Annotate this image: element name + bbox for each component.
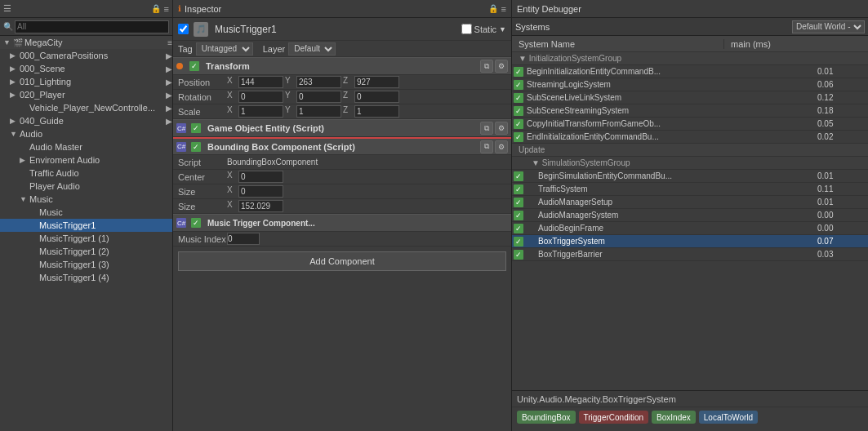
- sys-checkbox[interactable]: ✓: [512, 250, 525, 260]
- column-headers: System Name main (ms): [512, 36, 868, 52]
- sys-checkbox[interactable]: ✓: [512, 132, 525, 142]
- pos-x-input[interactable]: [238, 76, 283, 88]
- simulation-group[interactable]: ▼ SimulationSystemGroup: [512, 157, 868, 170]
- bb-cx-input[interactable]: [238, 171, 283, 183]
- initialization-group[interactable]: ▼ InitializationSystemGroup: [512, 52, 868, 65]
- system-row[interactable]: ✓ AudioBeginFrame 0.00: [512, 222, 868, 235]
- hier-item-audio[interactable]: ▼ Audio: [0, 127, 172, 140]
- scene-menu[interactable]: ≡: [167, 38, 172, 47]
- tag-bounding-box[interactable]: BoundingBox: [517, 411, 576, 424]
- system-row[interactable]: ✓ BeginInitializationEntityCommandB... 0…: [512, 65, 868, 78]
- scene-item[interactable]: ▼ 🎬 MegaCity ≡: [0, 36, 172, 49]
- hier-item-music[interactable]: Music: [0, 206, 172, 219]
- rot-z-input[interactable]: [354, 91, 399, 103]
- sys-checkbox[interactable]: ✓: [512, 211, 525, 220]
- rot-y-input[interactable]: [296, 91, 341, 103]
- sys-checkbox[interactable]: ✓: [512, 67, 525, 77]
- sys-checkbox[interactable]: ✓: [512, 80, 525, 90]
- hier-item-music-folder[interactable]: ▼ Music: [0, 193, 172, 206]
- system-row[interactable]: ✓ AudioManagerSetup 0.01: [512, 196, 868, 209]
- rot-x-input[interactable]: [238, 91, 283, 103]
- hier-item-audio-master[interactable]: Audio Master: [0, 140, 172, 153]
- inspector-menu[interactable]: ≡: [501, 4, 506, 14]
- hier-item-music-trigger1-2[interactable]: MusicTrigger1 (2): [0, 245, 172, 258]
- system-row[interactable]: ✓ SubSceneLiveLinkSystem 0.12: [512, 91, 868, 104]
- tag-box-index[interactable]: BoxIndex: [652, 411, 696, 424]
- rotation-xyz: X Y Z: [227, 91, 506, 103]
- object-active-checkbox[interactable]: [178, 24, 189, 34]
- hier-item-camera-pos[interactable]: ▶ 000_CameraPositions ▶: [0, 49, 172, 62]
- hierarchy-lock[interactable]: 🔒: [151, 4, 161, 13]
- layer-dropdown[interactable]: Default: [288, 42, 336, 56]
- transform-checkbox[interactable]: ✓: [189, 61, 199, 71]
- sys-checkbox[interactable]: ✓: [512, 119, 525, 129]
- sys-checkbox[interactable]: ✓: [512, 184, 525, 194]
- hier-item-guide[interactable]: ▶ 040_Guide ▶: [0, 114, 172, 127]
- scale-y-input[interactable]: [296, 105, 341, 118]
- hier-item-music-trigger1-1[interactable]: MusicTrigger1 (1): [0, 232, 172, 245]
- hier-item-env-audio[interactable]: ▶ Enviroment Audio: [0, 153, 172, 167]
- music-index-input[interactable]: [227, 233, 260, 245]
- sys-checkbox[interactable]: ✓: [512, 237, 525, 247]
- add-component-button[interactable]: Add Component: [178, 251, 506, 271]
- sys-name: AudioBeginFrame: [525, 224, 811, 233]
- music-trigger-header[interactable]: C# ✓ Music Trigger Component...: [173, 214, 511, 232]
- sys-checkbox[interactable]: ✓: [512, 224, 525, 233]
- hier-item-music-trigger1-4[interactable]: MusicTrigger1 (4): [0, 271, 172, 284]
- bb-s2x-input[interactable]: [238, 200, 283, 212]
- scale-z-input[interactable]: [354, 105, 399, 118]
- pos-y-input[interactable]: [296, 76, 341, 88]
- mt-active[interactable]: ✓: [191, 218, 201, 228]
- world-dropdown[interactable]: Default World -: [792, 20, 865, 33]
- hier-item-music-trigger1-3[interactable]: MusicTrigger1 (3): [0, 258, 172, 271]
- system-row[interactable]: ✓ StreamingLogicSystem 0.06: [512, 78, 868, 91]
- system-row[interactable]: ✓ EndInitializationEntityCommandBu... 0.…: [512, 131, 868, 144]
- goe-settings-icon[interactable]: ⚙: [495, 122, 508, 135]
- inspector-lock[interactable]: 🔒: [488, 4, 498, 13]
- sys-checkbox[interactable]: ✓: [512, 198, 525, 207]
- sys-time: 0.18: [811, 106, 868, 115]
- transform-section-header[interactable]: ✓ Transform ⧉ ⚙: [173, 57, 511, 75]
- hier-item-music-trigger1[interactable]: MusicTrigger1: [0, 219, 172, 232]
- search-input[interactable]: [15, 20, 169, 33]
- hier-item-vehicle[interactable]: Vehicle_Player_NewControlle... ▶: [0, 101, 172, 114]
- goe-checkbox[interactable]: C#: [176, 123, 186, 133]
- box-trigger-system-row[interactable]: ✓ BoxTriggerSystem 0.07: [512, 235, 868, 248]
- sys-checkbox[interactable]: ✓: [512, 171, 525, 181]
- update-group[interactable]: Update: [512, 144, 868, 157]
- system-row[interactable]: ✓ AudioManagerSystem 0.00: [512, 209, 868, 222]
- system-row[interactable]: ✓ SubSceneStreamingSystem 0.18: [512, 104, 868, 118]
- static-checkbox[interactable]: [461, 24, 472, 34]
- hier-item-player-audio[interactable]: Player Audio: [0, 180, 172, 193]
- bb-settings-icon[interactable]: ⚙: [495, 140, 508, 153]
- system-row[interactable]: ✓ BoxTriggerBarrier 0.03: [512, 248, 868, 261]
- system-row[interactable]: ✓ TrafficSystem 0.11: [512, 183, 868, 196]
- hier-item-player[interactable]: ▶ 020_Player ▶: [0, 88, 172, 101]
- sys-time: 0.03: [811, 250, 868, 259]
- hier-item-lighting[interactable]: ▶ 010_Lighting ▶: [0, 75, 172, 88]
- hierarchy-menu[interactable]: ≡: [164, 4, 169, 14]
- pos-z-input[interactable]: [354, 76, 399, 88]
- bb-sx-input[interactable]: [238, 185, 283, 198]
- tag-trigger-condition[interactable]: TriggerCondition: [579, 411, 649, 424]
- tag-local-to-world[interactable]: LocalToWorld: [699, 411, 758, 424]
- scale-x-input[interactable]: [238, 105, 283, 118]
- transform-settings-icon[interactable]: ⚙: [495, 60, 508, 73]
- goe-active[interactable]: ✓: [191, 123, 201, 133]
- game-object-entity-header[interactable]: C# ✓ Game Object Entity (Script) ⧉ ⚙: [173, 119, 511, 137]
- static-label: Static: [474, 24, 497, 34]
- transform-copy-icon[interactable]: ⧉: [480, 60, 493, 73]
- system-row[interactable]: ✓ CopyInitialTransformFromGameOb... 0.05: [512, 118, 868, 131]
- sys-checkbox[interactable]: ✓: [512, 93, 525, 103]
- bb-active[interactable]: ✓: [191, 142, 201, 152]
- tag-dropdown[interactable]: Untagged: [196, 42, 253, 56]
- goe-copy-icon[interactable]: ⧉: [480, 122, 493, 135]
- sys-checkbox[interactable]: ✓: [512, 106, 525, 116]
- bb-copy-icon[interactable]: ⧉: [480, 140, 493, 153]
- system-row[interactable]: ✓ BeginSimulationEntityCommandBu... 0.01: [512, 170, 868, 183]
- hier-item-scene[interactable]: ▶ 000_Scene ▶: [0, 62, 172, 75]
- sys-name: BeginSimulationEntityCommandBu...: [525, 171, 811, 180]
- hier-item-traffic-audio[interactable]: Traffic Audio: [0, 167, 172, 180]
- bounding-box-header[interactable]: C# ✓ Bounding Box Component (Script) ⧉ ⚙: [173, 137, 511, 155]
- static-dropdown[interactable]: ▼: [499, 25, 506, 33]
